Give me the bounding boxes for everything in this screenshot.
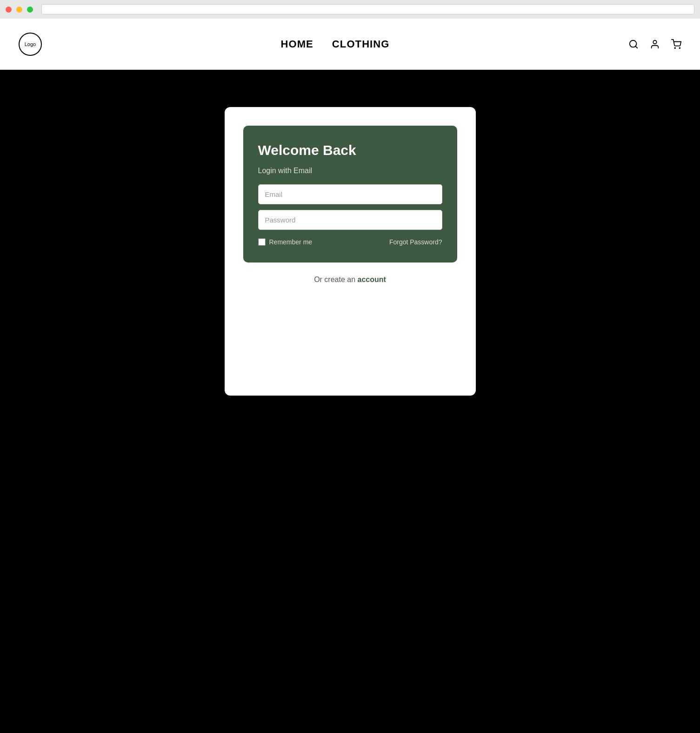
remember-me-text: Remember me: [269, 238, 313, 246]
login-subtitle: Login with Email: [258, 167, 442, 175]
browser-addressbar[interactable]: [41, 4, 694, 14]
page-content: Welcome Back Login with Email Remember m…: [0, 70, 700, 733]
forgot-password-link[interactable]: Forgot Password?: [389, 238, 442, 246]
svg-point-3: [674, 47, 675, 48]
email-input[interactable]: [258, 184, 442, 204]
site: Logo HOME CLOTHING: [0, 19, 700, 733]
svg-point-2: [653, 40, 656, 43]
create-account-section: Or create an account: [243, 276, 457, 284]
create-account-prefix: Or create an: [314, 276, 357, 283]
svg-point-4: [679, 47, 680, 48]
search-icon[interactable]: [628, 39, 639, 49]
logo[interactable]: Logo: [19, 33, 42, 56]
browser-dot-maximize[interactable]: [27, 7, 33, 13]
welcome-title: Welcome Back: [258, 142, 442, 158]
browser-dot-minimize[interactable]: [16, 7, 22, 13]
cart-icon[interactable]: [671, 39, 681, 49]
browser-dot-close[interactable]: [6, 7, 12, 13]
navbar-nav: HOME CLOTHING: [280, 38, 389, 50]
navbar: Logo HOME CLOTHING: [0, 19, 700, 70]
remember-me-label[interactable]: Remember me: [258, 238, 313, 246]
create-account-link[interactable]: account: [358, 276, 386, 283]
remember-me-checkbox[interactable]: [258, 238, 266, 246]
nav-item-home[interactable]: HOME: [280, 38, 313, 50]
login-form-box: Welcome Back Login with Email Remember m…: [243, 126, 457, 262]
form-row: Remember me Forgot Password?: [258, 238, 442, 246]
svg-line-1: [635, 46, 637, 48]
user-icon[interactable]: [650, 39, 660, 49]
navbar-icons: [628, 39, 681, 49]
browser-chrome: [0, 0, 700, 19]
logo-text: Logo: [25, 41, 36, 47]
password-input[interactable]: [258, 210, 442, 230]
login-card: Welcome Back Login with Email Remember m…: [225, 107, 476, 396]
nav-item-clothing[interactable]: CLOTHING: [332, 38, 390, 50]
